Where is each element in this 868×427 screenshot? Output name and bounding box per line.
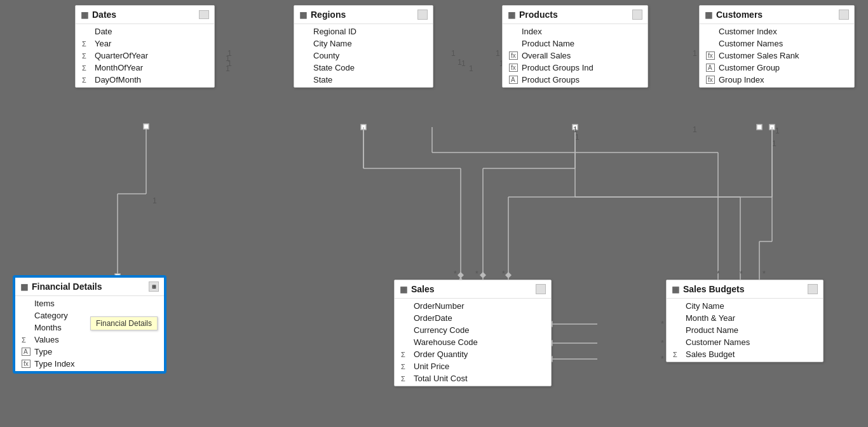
svg-text:1: 1 xyxy=(461,59,466,68)
field-row: Category xyxy=(15,309,164,322)
field-row: fx Group Index xyxy=(700,74,854,86)
field-name: Index xyxy=(522,27,542,36)
field-name: State Code xyxy=(313,63,355,72)
svg-text:*: * xyxy=(740,269,743,278)
field-name: Warehouse Code xyxy=(414,337,478,347)
svg-text:*: * xyxy=(475,269,478,278)
svg-text:1: 1 xyxy=(451,49,456,58)
field-row: A Product Groups xyxy=(503,74,648,86)
svg-marker-54 xyxy=(505,272,512,278)
sales-budgets-table-body: City Name Month & Year Product Name Cust… xyxy=(667,299,823,362)
field-name: OrderNumber xyxy=(414,301,464,311)
field-name: Month & Year xyxy=(686,313,735,323)
customers-table[interactable]: ▦ Customers Customer Index Customer Name… xyxy=(699,5,855,88)
text-icon: A xyxy=(22,348,31,356)
svg-text:1: 1 xyxy=(775,126,780,135)
field-row: fx Type Index xyxy=(15,358,164,370)
field-row: Values xyxy=(15,334,164,346)
svg-text:1: 1 xyxy=(496,49,500,58)
field-name: Customer Group xyxy=(719,63,780,72)
field-name: Unit Price xyxy=(414,362,449,371)
field-name: City Name xyxy=(686,301,724,311)
scroll-indicator xyxy=(839,10,849,20)
field-row: Order Quantity xyxy=(395,348,551,360)
field-name: Regional ID xyxy=(313,27,356,36)
field-name: Group Index xyxy=(719,75,764,85)
field-row: Month & Year xyxy=(667,312,823,324)
field-row: Currency Code xyxy=(395,324,551,336)
field-row: QuarterOfYear xyxy=(76,50,214,62)
products-table[interactable]: ▦ Products Index Product Name fx Overall… xyxy=(502,5,648,88)
field-name: Type Index xyxy=(34,359,75,369)
field-row: Date xyxy=(76,25,214,37)
field-row: OrderNumber xyxy=(395,300,551,312)
table-header-icon: ▦ xyxy=(299,10,307,20)
scroll-indicator xyxy=(536,284,546,294)
regions-table-body: Regional ID City Name County State Code … xyxy=(294,24,433,87)
text-icon: A xyxy=(509,76,518,84)
field-name: Product Groups Ind xyxy=(522,63,593,72)
dates-table-header: ▦ Dates xyxy=(76,6,214,24)
svg-text:1: 1 xyxy=(772,139,776,148)
field-name: Product Name xyxy=(686,325,738,335)
svg-text:1: 1 xyxy=(227,49,232,58)
sales-table[interactable]: ▦ Sales OrderNumber OrderDate Currency C… xyxy=(394,280,552,386)
dates-table[interactable]: ▦ Dates Date Year QuarterOfYear MonthOfY… xyxy=(75,5,215,88)
sigma-icon xyxy=(401,375,410,383)
dates-table-title: Dates xyxy=(92,10,116,20)
financial-details-table-header: ▦ Financial Details ⊞ xyxy=(15,278,164,296)
products-table-body: Index Product Name fx Overall Sales fx P… xyxy=(503,24,648,87)
regions-table[interactable]: ▦ Regions Regional ID City Name County S… xyxy=(294,5,433,88)
field-name: County xyxy=(313,51,339,60)
svg-text:1: 1 xyxy=(226,54,230,63)
field-row: OrderDate xyxy=(395,312,551,324)
table-header-icon: ▦ xyxy=(81,10,88,20)
svg-rect-12 xyxy=(361,125,366,130)
field-row: Index xyxy=(503,25,648,37)
field-name: Customer Index xyxy=(719,27,777,36)
table-header-icon: ▦ xyxy=(20,282,28,292)
customers-table-body: Customer Index Customer Names fx Custome… xyxy=(700,24,854,87)
field-row: Product Name xyxy=(667,324,823,336)
svg-text:1: 1 xyxy=(575,133,580,142)
grid-icon: fx xyxy=(509,64,518,72)
customers-table-header: ▦ Customers xyxy=(700,6,854,24)
field-row: Sales Budget xyxy=(667,348,823,360)
svg-text:1: 1 xyxy=(227,59,232,68)
field-name: Items xyxy=(34,299,55,308)
svg-text:1: 1 xyxy=(458,58,462,67)
regions-table-header: ▦ Regions xyxy=(294,6,433,24)
field-row: Items xyxy=(15,297,164,309)
field-name: Customer Names xyxy=(719,39,783,48)
field-row: fx Overall Sales xyxy=(503,50,648,62)
svg-text:*: * xyxy=(763,269,766,278)
field-row: fx Product Groups Ind xyxy=(503,62,648,74)
sales-budgets-table-header: ▦ Sales Budgets xyxy=(667,280,823,299)
svg-rect-22 xyxy=(573,125,578,130)
sigma-icon xyxy=(673,351,682,358)
svg-text:1: 1 xyxy=(693,125,697,134)
expand-button[interactable]: ⊞ xyxy=(149,281,159,292)
sales-table-header: ▦ Sales xyxy=(395,280,551,299)
dates-table-body: Date Year QuarterOfYear MonthOfYear DayO… xyxy=(76,24,214,87)
financial-details-table-body: Items Category Months Values A Type fx T… xyxy=(15,296,164,371)
svg-text:*: * xyxy=(717,269,720,278)
field-name: State xyxy=(313,75,332,85)
svg-rect-38 xyxy=(757,125,762,130)
financial-details-table-title: Financial Details xyxy=(32,281,102,292)
sales-budgets-table[interactable]: ▦ Sales Budgets City Name Month & Year P… xyxy=(666,280,824,362)
svg-text:*: * xyxy=(661,339,664,348)
field-name: Currency Code xyxy=(414,325,469,335)
text-icon: A xyxy=(706,64,715,72)
svg-text:1: 1 xyxy=(469,64,473,73)
financial-details-table[interactable]: ▦ Financial Details ⊞ Items Category Mon… xyxy=(14,276,165,372)
field-row: Warehouse Code xyxy=(395,336,551,348)
customers-table-title: Customers xyxy=(716,10,763,20)
table-header-icon: ▦ xyxy=(400,285,407,294)
table-header-icon: ▦ xyxy=(508,10,515,20)
field-name: Values xyxy=(34,335,59,344)
field-name: MonthOfYear xyxy=(95,63,143,72)
svg-text:1: 1 xyxy=(226,64,230,73)
table-header-icon: ▦ xyxy=(672,285,679,294)
sigma-icon xyxy=(22,336,31,344)
